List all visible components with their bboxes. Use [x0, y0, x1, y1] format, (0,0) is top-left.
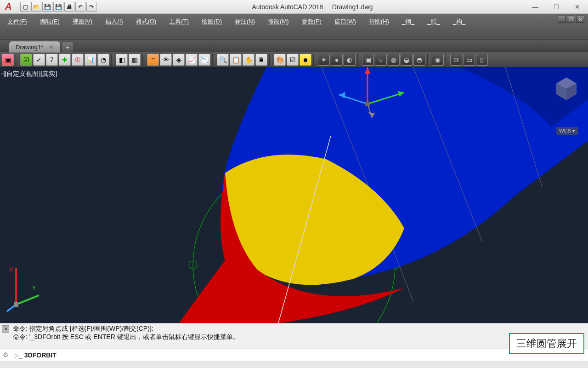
- tool-5[interactable]: ✚: [59, 54, 71, 66]
- toolbar-separator: [16, 54, 18, 66]
- qat-new[interactable]: ▢: [20, 2, 30, 12]
- tool-9[interactable]: ◧: [116, 54, 128, 66]
- menu-steel1[interactable]: _钢_: [400, 17, 416, 27]
- title-bar: A ▢ 📂 💾 💾 🖶 ↶ ↷ Autodesk AutoCAD 2018 Dr…: [0, 0, 588, 14]
- command-line-1: 命令: 指定对角点或 [栏选(F)/圈围(WP)/圈交(CP)]:: [13, 324, 585, 333]
- mdi-close[interactable]: ✕: [576, 16, 584, 23]
- tool-6[interactable]: ①: [72, 54, 84, 66]
- qat-print[interactable]: 🖶: [64, 2, 74, 12]
- menu-help[interactable]: 帮助(H): [367, 17, 391, 27]
- menu-steel2[interactable]: _结_: [425, 17, 441, 27]
- menu-steel3[interactable]: _构_: [451, 17, 467, 27]
- tool-20[interactable]: 🎨: [274, 54, 286, 66]
- document-tab-bar: Drawing1* ✕ +: [0, 40, 588, 52]
- toolbar-separator: [313, 54, 316, 66]
- command-line-2: 命令: '_3DFOrbit 按 ESC 或 ENTER 键退出，或者单击鼠标右…: [13, 333, 585, 341]
- command-close-icon[interactable]: ✕: [2, 325, 9, 333]
- tool-13[interactable]: ◈: [173, 54, 185, 66]
- qat-save[interactable]: 💾: [42, 2, 52, 12]
- doc-name: Drawing1.dwg: [332, 3, 373, 11]
- svg-line-10: [16, 295, 39, 305]
- tool-19[interactable]: 🖩: [255, 54, 267, 66]
- tool-30[interactable]: ◓: [413, 54, 425, 66]
- toolbar-separator: [357, 54, 360, 66]
- tool-34[interactable]: ▯: [476, 54, 488, 66]
- menu-parametric[interactable]: 参数(P): [300, 17, 323, 27]
- tool-12[interactable]: 👁: [160, 54, 172, 66]
- wcs-dropdown[interactable]: WCS ▾: [556, 127, 578, 135]
- tool-1[interactable]: ▣: [2, 54, 14, 66]
- tool-33[interactable]: ▭: [463, 54, 475, 66]
- tool-3[interactable]: ✓: [33, 54, 45, 66]
- app-logo[interactable]: A: [0, 0, 17, 14]
- menu-modify[interactable]: 修改(M): [266, 17, 291, 27]
- menu-file[interactable]: 文件(F): [6, 17, 29, 27]
- ucs-y-label: Y: [32, 284, 36, 291]
- menu-dimension[interactable]: 标注(N): [233, 17, 257, 27]
- tool-17[interactable]: 📋: [230, 54, 242, 66]
- mdi-controls: — ❐ ✕: [558, 16, 584, 23]
- quick-access-toolbar: ▢ 📂 💾 💾 🖶 ↶ ↷: [17, 2, 100, 12]
- menu-bar: 文件(F) 编辑(E) 视图(V) 插入(I) 格式(O) 工具(T) 绘图(D…: [0, 14, 588, 40]
- qat-undo[interactable]: ↶: [75, 2, 85, 12]
- tool-4[interactable]: 7: [46, 54, 58, 66]
- tool-8[interactable]: ◔: [97, 54, 109, 66]
- svg-rect-8: [365, 102, 370, 106]
- toolbar-separator: [212, 54, 215, 66]
- window-controls: — ☐ ✕: [525, 0, 588, 14]
- mdi-restore[interactable]: ❐: [567, 16, 575, 23]
- toolbar-separator: [446, 54, 448, 66]
- tool-10[interactable]: ▦: [129, 54, 141, 66]
- qat-redo[interactable]: ↷: [86, 2, 96, 12]
- close-button[interactable]: ✕: [567, 0, 588, 14]
- tab-add-button[interactable]: +: [62, 42, 73, 52]
- svg-rect-12: [14, 302, 18, 307]
- menu-tools[interactable]: 工具(T): [167, 17, 191, 27]
- tool-2[interactable]: ☑: [20, 54, 32, 66]
- menu-edit[interactable]: 编辑(E): [38, 17, 62, 27]
- tool-24[interactable]: ●: [331, 54, 343, 66]
- tool-25[interactable]: ◐: [344, 54, 356, 66]
- command-prompt: ▷_: [14, 351, 23, 359]
- minimize-button[interactable]: —: [525, 0, 546, 14]
- tool-16[interactable]: 🔍: [217, 54, 229, 66]
- menu-draw[interactable]: 绘图(D): [200, 17, 224, 27]
- tool-15[interactable]: 📉: [198, 54, 210, 66]
- viewport-canvas[interactable]: [0, 67, 588, 323]
- viewcube[interactable]: [553, 75, 580, 102]
- document-tab-active[interactable]: Drawing1* ✕: [9, 41, 60, 52]
- tool-21[interactable]: ☑: [287, 54, 299, 66]
- menu-insert[interactable]: 插入(I): [103, 17, 124, 27]
- tool-32[interactable]: ⧉: [450, 54, 462, 66]
- tool-7[interactable]: 📊: [85, 54, 96, 66]
- tool-31[interactable]: ◉: [432, 54, 444, 66]
- tool-11[interactable]: ≡: [147, 54, 159, 66]
- qat-open[interactable]: 📂: [31, 2, 41, 12]
- menu-view[interactable]: 视图(V): [71, 17, 94, 27]
- tool-27[interactable]: ○: [375, 54, 387, 66]
- tool-28[interactable]: ◍: [388, 54, 400, 66]
- tool-14[interactable]: 📈: [186, 54, 198, 66]
- tool-22[interactable]: ☻: [300, 54, 311, 66]
- command-history: ✕ 命令: 指定对角点或 [栏选(F)/圈围(WP)/圈交(CP)]: 命令: …: [0, 323, 588, 349]
- ucs-icon[interactable]: X Y: [5, 263, 46, 314]
- tool-18[interactable]: ✋: [243, 54, 254, 66]
- menu-format[interactable]: 格式(O): [134, 17, 158, 27]
- overlay-caption: 三维圆管展开: [509, 333, 584, 354]
- menu-window[interactable]: 窗口(W): [333, 17, 358, 27]
- command-input-row[interactable]: ⚙ ▷_ 3DFORBIT: [0, 349, 588, 361]
- drawing-viewport[interactable]: -][自定义视图][真实]: [0, 67, 588, 323]
- command-settings-icon[interactable]: ⚙: [3, 351, 11, 359]
- toolbar-separator: [111, 54, 114, 66]
- tab-close-icon[interactable]: ✕: [49, 44, 54, 51]
- tab-label: Drawing1*: [16, 44, 43, 51]
- app-name: Autodesk AutoCAD 2018: [252, 3, 323, 11]
- tool-26[interactable]: ▣: [362, 54, 374, 66]
- toolbar-separator: [142, 54, 145, 66]
- qat-saveas[interactable]: 💾: [53, 2, 63, 12]
- tool-29[interactable]: ◒: [401, 54, 413, 66]
- ucs-x-label: X: [9, 266, 13, 273]
- maximize-button[interactable]: ☐: [546, 0, 567, 14]
- mdi-minimize[interactable]: —: [558, 16, 566, 23]
- tool-23[interactable]: ✦: [318, 54, 330, 66]
